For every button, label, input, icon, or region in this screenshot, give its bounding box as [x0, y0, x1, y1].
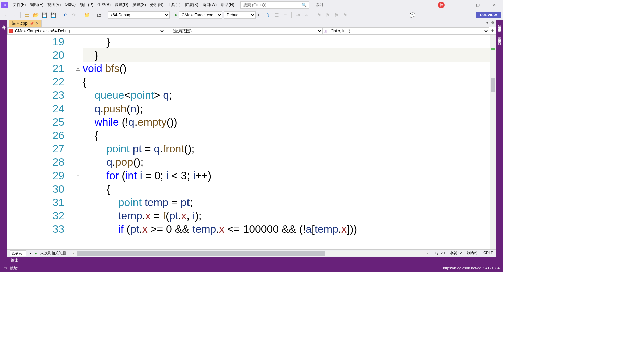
search-box[interactable]: 🔍: [240, 1, 309, 9]
scroll-right-arrow[interactable]: ▸: [427, 251, 428, 255]
menu-item[interactable]: 测试(S): [130, 1, 148, 9]
step-icon-1[interactable]: ⤵: [264, 11, 272, 19]
project-context-dropdown[interactable]: CMakeTarget.exe - x64-Debug: [7, 27, 165, 35]
search-icon[interactable]: 🔍: [302, 3, 307, 7]
split-editor-icon[interactable]: ✚: [489, 27, 496, 34]
dropdown-chevron-icon[interactable]: ▾: [258, 13, 259, 17]
separator: [20, 12, 21, 18]
close-tab-icon[interactable]: ✕: [36, 21, 39, 26]
chevron-down-icon[interactable]: ▾: [30, 252, 31, 255]
menu-item[interactable]: Git(G): [63, 1, 78, 9]
separator: [80, 12, 80, 18]
redo-icon[interactable]: ↷: [70, 11, 78, 19]
separator: [172, 12, 172, 18]
eol-mode[interactable]: CRLF: [483, 251, 493, 256]
menu-item[interactable]: 视图(V): [45, 1, 63, 9]
issues-ok-icon: ●: [35, 251, 37, 255]
search-input[interactable]: [243, 3, 302, 7]
nav-fwd-icon[interactable]: ◦: [11, 11, 18, 19]
solution-explorer-tab[interactable]: 解决方案资源管理器: [496, 20, 503, 30]
feedback-icon[interactable]: 💬: [409, 11, 416, 19]
scroll-left-arrow[interactable]: ◂: [73, 251, 74, 255]
maximize-button[interactable]: ▢: [470, 0, 485, 10]
issues-status[interactable]: 未找到相关问题: [40, 251, 66, 256]
tab-dropdown-icon[interactable]: ▾: [486, 21, 488, 25]
indent-mode[interactable]: 制表符: [467, 251, 478, 256]
scope-context-dropdown[interactable]: (全局范围): [165, 27, 323, 35]
fold-toggle[interactable]: −: [76, 227, 80, 231]
folder-icon[interactable]: 📁: [83, 11, 90, 19]
menu-item[interactable]: 帮助(H): [219, 1, 236, 9]
cursor-col: 字符: 2: [450, 251, 462, 256]
title-bar: ∞ 文件(F)编辑(E)视图(V)Git(G)项目(P)生成(B)调试(D)测试…: [0, 0, 503, 10]
navigation-bar: 🟥 CMakeTarget.exe - x64-Debug (全局范围) ◫ f…: [7, 27, 496, 35]
startup-target-dropdown[interactable]: CMakeTarget.exe: [179, 11, 222, 19]
zoom-level[interactable]: [10, 250, 26, 256]
separator: [262, 12, 262, 18]
status-rect-icon: ▭: [3, 266, 7, 270]
menu-item[interactable]: 生成(B): [95, 1, 113, 9]
separator: [93, 12, 93, 18]
member-icon: ◫: [324, 29, 327, 33]
separator: [313, 12, 313, 18]
output-panel-tab[interactable]: 输出: [7, 257, 496, 264]
nav-back-icon[interactable]: ◦: [2, 11, 9, 19]
fold-margin[interactable]: −−−−: [74, 35, 83, 249]
new-project-icon[interactable]: ▤: [23, 11, 31, 19]
outdent-icon[interactable]: ⇤: [303, 11, 310, 19]
menu-item[interactable]: 项目(P): [78, 1, 95, 9]
status-ready: 就绪: [10, 265, 18, 271]
standard-toolbar: ◦ ◦ ▤ 📂 💾 💾 ↶ ↷ 📁 🗂 x64-Debug ▶ CMakeTar…: [0, 10, 503, 20]
horizontal-scrollbar[interactable]: ◂ ▸: [72, 251, 429, 256]
separator: [105, 12, 105, 18]
team-explorer-tab[interactable]: 团队资源管理器: [496, 32, 503, 41]
bookmark-prev-icon[interactable]: ⚑: [333, 11, 340, 19]
bookmark-next-icon[interactable]: ⚑: [324, 11, 331, 19]
fold-toggle[interactable]: −: [76, 120, 80, 124]
start-debug-icon[interactable]: ▶: [175, 13, 177, 17]
toolbox-tab[interactable]: 工具箱: [0, 20, 7, 26]
vertical-scrollbar[interactable]: [490, 35, 496, 249]
status-bar: ▭ 就绪 https://blog.csdn.net/qq_54121864: [0, 264, 503, 272]
menu-item[interactable]: 编辑(E): [28, 1, 45, 9]
menu-item[interactable]: 窗口(W): [200, 1, 219, 9]
user-avatar[interactable]: 佳: [438, 2, 445, 8]
editor-column: 练习.cpp 📌 ✕ ▾ ⚙ 🟥 CMakeTarget.exe - x64-D…: [7, 20, 496, 264]
file-tab[interactable]: 练习.cpp 📌 ✕: [9, 20, 42, 27]
solution-name[interactable]: 练习: [313, 1, 325, 9]
step-icon-2[interactable]: ☰: [273, 11, 280, 19]
document-tab-well: 练习.cpp 📌 ✕ ▾ ⚙: [7, 20, 496, 27]
bookmark-icon[interactable]: ⚑: [315, 11, 323, 19]
close-button[interactable]: ✕: [487, 0, 502, 10]
fold-toggle[interactable]: −: [76, 66, 80, 71]
save-icon[interactable]: 💾: [41, 11, 48, 19]
right-sidebar: 解决方案资源管理器 团队资源管理器: [496, 20, 503, 264]
minimize-button[interactable]: —: [453, 0, 468, 10]
code-text-area[interactable]: } }void bfs(){ queue<point> q; q.push(n)…: [83, 35, 490, 249]
menu-item[interactable]: 调试(D): [113, 1, 130, 9]
separator: [291, 12, 292, 18]
menu-item[interactable]: 分析(N): [148, 1, 166, 9]
save-all-icon[interactable]: 💾: [49, 11, 57, 19]
code-editor[interactable]: 192021222324252627282930313233 −−−− } }v…: [7, 35, 496, 249]
menu-item[interactable]: 工具(T): [165, 1, 182, 9]
preview-button[interactable]: PREVIEW: [476, 12, 501, 18]
configuration-dropdown[interactable]: x64-Debug: [108, 11, 170, 19]
tab-settings-icon[interactable]: ⚙: [491, 21, 494, 25]
fold-toggle[interactable]: −: [76, 173, 80, 178]
line-number-gutter: 192021222324252627282930313233: [7, 35, 74, 249]
vs-logo-icon: ∞: [1, 2, 8, 8]
pin-icon[interactable]: 📌: [30, 22, 34, 25]
solution-platforms-icon[interactable]: 🗂: [95, 11, 103, 19]
undo-icon[interactable]: ↶: [62, 11, 69, 19]
menu-item[interactable]: 文件(F): [11, 1, 28, 9]
menu-item[interactable]: 扩展(X): [183, 1, 200, 9]
step-icon-3[interactable]: ≡: [282, 11, 289, 19]
indent-icon[interactable]: ⇥: [294, 11, 302, 19]
bookmark-clear-icon[interactable]: ⚑: [341, 11, 349, 19]
member-context-dropdown[interactable]: f(int x, int i): [323, 27, 489, 35]
open-folder-icon[interactable]: 📂: [32, 11, 39, 19]
debug-mode-dropdown[interactable]: Debug: [224, 11, 256, 19]
separator: [59, 12, 59, 18]
main-menu-bar: 文件(F)编辑(E)视图(V)Git(G)项目(P)生成(B)调试(D)测试(S…: [11, 1, 236, 9]
